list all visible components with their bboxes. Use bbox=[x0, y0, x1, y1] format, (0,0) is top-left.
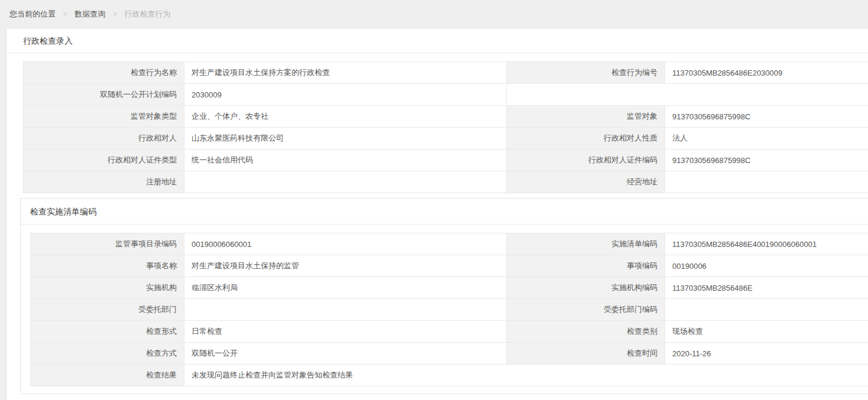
field-value bbox=[184, 171, 507, 193]
field-value: 未发现问题终止检查并向监管对象告知检查结果 bbox=[184, 365, 868, 386]
field-value bbox=[184, 299, 507, 321]
field-label: 受委托部门 bbox=[31, 299, 184, 321]
field-value: 91370305696875998C bbox=[665, 149, 868, 171]
field-value: 企业、个体户、农专社 bbox=[184, 106, 507, 128]
field-label: 实施清单编码 bbox=[507, 233, 665, 255]
field-value: 11370305MB2856486E400190006060001 bbox=[665, 233, 868, 255]
main-panel: 行政检查录入 检查行为名称对生产建设项目水土保持方案的行政检查检查行为编号113… bbox=[6, 28, 868, 400]
table-row: 实施机构临淄区水利局实施机构编码11370305MB2856486E bbox=[31, 277, 868, 299]
field-label: 检查形式 bbox=[31, 321, 184, 343]
field-value: 法人 bbox=[665, 128, 868, 149]
field-label: 行政相对人证件编码 bbox=[507, 149, 665, 171]
field-label: 监管事项目录编码 bbox=[31, 233, 184, 255]
main-panel-body: 检查行为名称对生产建设项目水土保持方案的行政检查检查行为编号11370305MB… bbox=[7, 53, 868, 400]
field-value: 山东永聚医药科技有限公司 bbox=[184, 128, 507, 149]
table-row: 检查行为名称对生产建设项目水土保持方案的行政检查检查行为编号11370305MB… bbox=[24, 62, 868, 84]
breadcrumb: 您当前的位置 > 数据查询 > 行政检查行为 bbox=[0, 0, 868, 28]
field-label: 检查类别 bbox=[507, 321, 665, 343]
section-title-checklist-code: 检查实施清单编码 bbox=[21, 199, 868, 225]
checklist-table: 监管事项目录编码00190006060001实施清单编码11370305MB28… bbox=[30, 233, 868, 386]
field-label: 经营地址 bbox=[507, 171, 665, 193]
field-label: 行政相对人 bbox=[24, 128, 184, 149]
table-row: 行政相对人山东永聚医药科技有限公司行政相对人性质法人 bbox=[24, 128, 868, 149]
field-value: 日常检查 bbox=[184, 321, 507, 343]
field-label: 检查结果 bbox=[31, 365, 184, 386]
field-value: 现场检查 bbox=[665, 321, 868, 343]
table-row: 受委托部门受委托部门编码 bbox=[31, 299, 868, 321]
breadcrumb-item-data-query[interactable]: 数据查询 bbox=[75, 9, 105, 18]
field-value: 对生产建设项目水土保持方案的行政检查 bbox=[184, 62, 507, 84]
field-value: 临淄区水利局 bbox=[184, 277, 507, 299]
table-row: 监管对象类型企业、个体户、农专社监管对象91370305696875998C bbox=[24, 106, 868, 128]
checklist-panel-body: 监管事项目录编码00190006060001实施清单编码11370305MB28… bbox=[21, 225, 868, 394]
inspection-info-table: 检查行为名称对生产建设项目水土保持方案的行政检查检查行为编号11370305MB… bbox=[23, 61, 868, 193]
field-value: 00190006060001 bbox=[184, 233, 507, 255]
field-value bbox=[665, 299, 868, 321]
chevron-right-icon: > bbox=[113, 10, 117, 18]
table-row: 事项名称对生产建设项目水土保持的监管事项编码00190006 bbox=[31, 255, 868, 277]
field-label: 受委托部门编码 bbox=[507, 299, 665, 321]
field-label: 事项编码 bbox=[507, 255, 665, 277]
table-row: 监管事项目录编码00190006060001实施清单编码11370305MB28… bbox=[31, 233, 868, 255]
field-label: 注册地址 bbox=[24, 171, 184, 193]
field-label: 检查方式 bbox=[31, 343, 184, 365]
field-label: 实施机构编码 bbox=[507, 277, 665, 299]
section-title-inspection-entry: 行政检查录入 bbox=[7, 28, 868, 53]
field-value: 2030009 bbox=[184, 84, 507, 106]
field-label: 检查行为编号 bbox=[507, 62, 665, 84]
table-row: 行政相对人证件类型统一社会信用代码行政相对人证件编码91370305696875… bbox=[24, 149, 868, 171]
field-label: 检查行为名称 bbox=[24, 62, 184, 84]
field-value: 00190006 bbox=[665, 255, 868, 277]
table-row: 检查形式日常检查检查类别现场检查 bbox=[31, 321, 868, 343]
field-label: 行政相对人证件类型 bbox=[24, 149, 184, 171]
checklist-panel: 检查实施清单编码 监管事项目录编码00190006060001实施清单编码113… bbox=[20, 198, 868, 394]
chevron-right-icon: > bbox=[63, 10, 67, 18]
breadcrumb-current-page: 行政检查行为 bbox=[125, 9, 171, 18]
empty-cell bbox=[507, 84, 868, 106]
table-row: 检查结果未发现问题终止检查并向监管对象告知检查结果 bbox=[31, 365, 868, 386]
field-value bbox=[665, 171, 868, 193]
field-label: 监管对象 bbox=[507, 106, 665, 128]
field-label: 行政相对人性质 bbox=[507, 128, 665, 149]
table-row: 双随机一公开计划编码2030009 bbox=[24, 84, 868, 106]
field-value: 双随机一公开 bbox=[184, 343, 507, 365]
field-label: 事项名称 bbox=[31, 255, 184, 277]
table-row: 注册地址经营地址 bbox=[24, 171, 868, 193]
field-value: 对生产建设项目水土保持的监管 bbox=[184, 255, 507, 277]
field-label: 检查时间 bbox=[507, 343, 665, 365]
field-value: 统一社会信用代码 bbox=[184, 149, 507, 171]
field-value: 91370305696875998C bbox=[665, 106, 868, 128]
table-row: 检查方式双随机一公开检查时间2020-11-26 bbox=[31, 343, 868, 365]
field-label: 监管对象类型 bbox=[24, 106, 184, 128]
field-value: 11370305MB2856486E bbox=[665, 277, 868, 299]
breadcrumb-prefix: 您当前的位置 bbox=[9, 9, 56, 18]
field-label: 双随机一公开计划编码 bbox=[24, 84, 184, 106]
field-label: 实施机构 bbox=[31, 277, 184, 299]
field-value: 2020-11-26 bbox=[665, 343, 868, 365]
field-value: 11370305MB2856486E2030009 bbox=[665, 62, 868, 84]
